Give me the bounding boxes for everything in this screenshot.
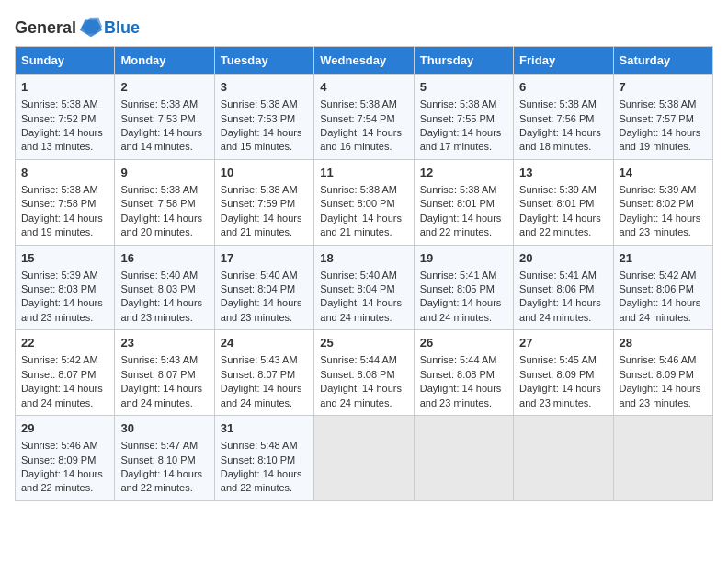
sunrise-text: Sunrise: 5:39 AM [519, 184, 597, 195]
sunset-text: Sunset: 8:07 PM [221, 369, 295, 380]
sunrise-text: Sunrise: 5:48 AM [221, 440, 298, 451]
calendar-cell: 7Sunrise: 5:38 AMSunset: 7:57 PMDaylight… [613, 75, 712, 160]
calendar-cell: 28Sunrise: 5:46 AMSunset: 8:09 PMDayligh… [613, 330, 712, 416]
sunrise-text: Sunrise: 5:44 AM [420, 354, 497, 365]
calendar-cell [314, 416, 414, 501]
sunset-text: Sunset: 8:00 PM [320, 198, 394, 209]
sunrise-text: Sunrise: 5:38 AM [320, 98, 397, 109]
sunset-text: Sunset: 8:03 PM [21, 283, 96, 294]
sunset-text: Sunset: 7:58 PM [21, 198, 96, 209]
calendar-cell: 22Sunrise: 5:42 AMSunset: 8:07 PMDayligh… [16, 330, 115, 416]
day-number: 19 [420, 250, 507, 267]
daylight-label: Daylight: 14 hours and 24 minutes. [620, 297, 701, 322]
day-number: 30 [120, 420, 208, 437]
daylight-label: Daylight: 14 hours and 23 minutes. [221, 297, 302, 322]
sunset-text: Sunset: 8:09 PM [519, 369, 594, 380]
daylight-label: Daylight: 14 hours and 19 minutes. [620, 127, 701, 152]
sunrise-text: Sunrise: 5:38 AM [420, 98, 497, 109]
sunrise-text: Sunrise: 5:41 AM [519, 270, 597, 281]
sunset-text: Sunset: 8:08 PM [320, 369, 394, 380]
sunrise-text: Sunrise: 5:38 AM [420, 184, 497, 195]
sunset-text: Sunset: 8:09 PM [620, 369, 694, 380]
sunset-text: Sunset: 8:07 PM [21, 369, 96, 380]
sunrise-text: Sunrise: 5:38 AM [519, 98, 597, 109]
sunset-text: Sunset: 7:59 PM [221, 198, 295, 209]
sunset-text: Sunset: 8:05 PM [420, 283, 495, 294]
day-number: 10 [221, 165, 308, 181]
day-number: 4 [320, 79, 407, 96]
sunset-text: Sunset: 7:56 PM [519, 113, 594, 124]
sunrise-text: Sunrise: 5:42 AM [620, 270, 697, 281]
sunrise-text: Sunrise: 5:46 AM [21, 440, 98, 451]
sunrise-text: Sunrise: 5:47 AM [120, 440, 198, 451]
day-number: 18 [320, 250, 407, 267]
sunrise-text: Sunrise: 5:38 AM [221, 184, 298, 195]
sunset-text: Sunset: 8:09 PM [21, 454, 96, 465]
calendar-cell: 21Sunrise: 5:42 AMSunset: 8:06 PMDayligh… [613, 245, 712, 330]
day-number: 2 [120, 79, 208, 96]
day-number: 1 [21, 79, 108, 96]
day-number: 17 [221, 250, 308, 267]
daylight-label: Daylight: 14 hours and 16 minutes. [320, 127, 402, 152]
calendar-cell: 18Sunrise: 5:40 AMSunset: 8:04 PMDayligh… [314, 245, 414, 330]
sunrise-text: Sunrise: 5:42 AM [21, 354, 98, 365]
day-number: 20 [519, 250, 607, 267]
calendar-cell: 17Sunrise: 5:40 AMSunset: 8:04 PMDayligh… [214, 245, 313, 330]
sunset-text: Sunset: 8:08 PM [420, 369, 495, 380]
calendar-cell: 16Sunrise: 5:40 AMSunset: 8:03 PMDayligh… [115, 245, 214, 330]
daylight-label: Daylight: 14 hours and 24 minutes. [21, 383, 103, 408]
daylight-label: Daylight: 14 hours and 24 minutes. [221, 383, 302, 408]
day-number: 22 [21, 335, 108, 351]
day-number: 24 [221, 335, 308, 351]
sunrise-text: Sunrise: 5:38 AM [21, 98, 98, 109]
calendar-cell: 26Sunrise: 5:44 AMSunset: 8:08 PMDayligh… [414, 330, 513, 416]
daylight-label: Daylight: 14 hours and 13 minutes. [21, 127, 103, 152]
sunrise-text: Sunrise: 5:43 AM [120, 354, 198, 365]
daylight-label: Daylight: 14 hours and 23 minutes. [21, 297, 103, 322]
header-sunday: Sunday [16, 47, 115, 75]
sunrise-text: Sunrise: 5:38 AM [120, 184, 198, 195]
calendar-cell: 31Sunrise: 5:48 AMSunset: 8:10 PMDayligh… [214, 416, 313, 501]
calendar-cell [414, 416, 513, 501]
day-number: 29 [21, 420, 108, 437]
sunrise-text: Sunrise: 5:43 AM [221, 354, 298, 365]
daylight-label: Daylight: 14 hours and 23 minutes. [620, 383, 701, 408]
daylight-label: Daylight: 14 hours and 22 minutes. [519, 213, 601, 237]
daylight-label: Daylight: 14 hours and 19 minutes. [21, 213, 103, 237]
sunrise-text: Sunrise: 5:39 AM [620, 184, 697, 195]
daylight-label: Daylight: 14 hours and 23 minutes. [519, 383, 601, 408]
header-saturday: Saturday [613, 47, 712, 75]
calendar-cell: 23Sunrise: 5:43 AMSunset: 8:07 PMDayligh… [115, 330, 214, 416]
sunset-text: Sunset: 8:02 PM [620, 198, 694, 209]
daylight-label: Daylight: 14 hours and 24 minutes. [120, 383, 202, 408]
calendar-header-row: SundayMondayTuesdayWednesdayThursdayFrid… [16, 47, 713, 75]
day-number: 28 [620, 335, 707, 351]
daylight-label: Daylight: 14 hours and 21 minutes. [221, 213, 302, 237]
day-number: 7 [620, 79, 707, 96]
daylight-label: Daylight: 14 hours and 18 minutes. [519, 127, 601, 152]
calendar-cell: 2Sunrise: 5:38 AMSunset: 7:53 PMDaylight… [115, 75, 214, 160]
calendar-week-row: 15Sunrise: 5:39 AMSunset: 8:03 PMDayligh… [16, 245, 713, 330]
sunrise-text: Sunrise: 5:46 AM [620, 354, 697, 365]
day-number: 11 [320, 165, 407, 181]
sunset-text: Sunset: 8:06 PM [620, 283, 694, 294]
daylight-label: Daylight: 14 hours and 22 minutes. [120, 468, 202, 493]
calendar-cell: 11Sunrise: 5:38 AMSunset: 8:00 PMDayligh… [314, 159, 414, 245]
calendar-cell: 24Sunrise: 5:43 AMSunset: 8:07 PMDayligh… [214, 330, 313, 416]
calendar-cell: 13Sunrise: 5:39 AMSunset: 8:01 PMDayligh… [514, 159, 613, 245]
calendar-week-row: 1Sunrise: 5:38 AMSunset: 7:52 PMDaylight… [16, 75, 713, 160]
calendar-table: SundayMondayTuesdayWednesdayThursdayFrid… [15, 46, 713, 501]
sunset-text: Sunset: 7:54 PM [320, 113, 394, 124]
header-wednesday: Wednesday [314, 47, 414, 75]
sunset-text: Sunset: 7:57 PM [620, 113, 694, 124]
daylight-label: Daylight: 14 hours and 24 minutes. [320, 383, 402, 408]
sunset-text: Sunset: 7:52 PM [21, 113, 96, 124]
day-number: 8 [21, 165, 108, 181]
page-header: General Blue [15, 15, 713, 40]
sunset-text: Sunset: 8:04 PM [221, 283, 295, 294]
calendar-cell: 10Sunrise: 5:38 AMSunset: 7:59 PMDayligh… [214, 159, 313, 245]
header-monday: Monday [115, 47, 214, 75]
day-number: 21 [620, 250, 707, 267]
calendar-cell: 12Sunrise: 5:38 AMSunset: 8:01 PMDayligh… [414, 159, 513, 245]
daylight-label: Daylight: 14 hours and 22 minutes. [420, 213, 502, 237]
